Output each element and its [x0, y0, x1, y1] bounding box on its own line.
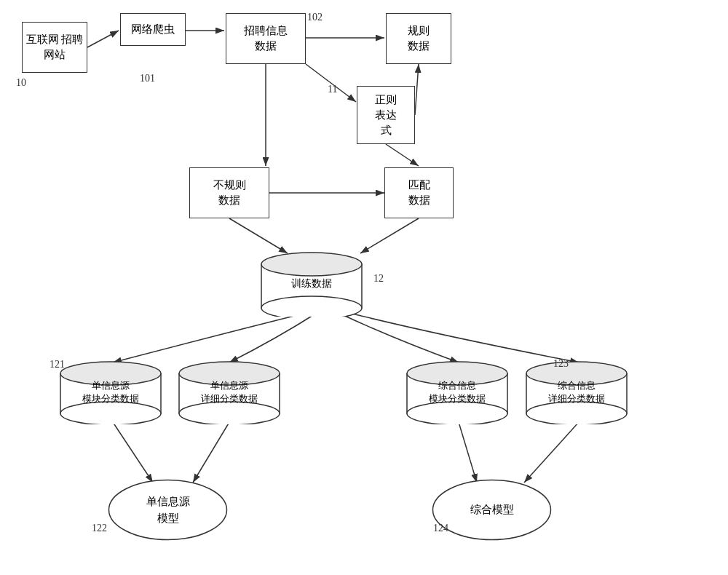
label-124: 124 — [433, 523, 448, 534]
match-data-box: 匹配数据 — [384, 167, 454, 218]
svg-line-5 — [415, 64, 419, 115]
svg-line-9 — [360, 218, 419, 253]
single-module-cylinder: 单信息源模块分类数据 — [60, 360, 162, 424]
rules-data-box: 规则数据 — [386, 13, 451, 64]
irregular-data-box: 不规则数据 — [189, 167, 269, 218]
diagram: 互联网 招聘网站 网络爬虫 招聘信息数据 规则数据 正则表达式 不规则数据 匹配… — [0, 0, 728, 575]
label-101: 101 — [140, 73, 155, 84]
label-102: 102 — [307, 12, 323, 23]
svg-line-6 — [306, 64, 356, 102]
crawler-box: 网络爬虫 — [120, 13, 186, 46]
label-10: 10 — [16, 77, 26, 89]
combined-detail-cylinder: 综合信息详细分类数据 — [526, 360, 628, 424]
svg-line-1 — [87, 31, 119, 47]
svg-line-13 — [459, 422, 477, 483]
single-model-ellipse: 单信息源模型 — [108, 479, 228, 541]
svg-line-7 — [386, 144, 419, 166]
combined-module-cylinder: 综合信息模块分类数据 — [406, 360, 508, 424]
label-123: 123 — [553, 358, 569, 370]
svg-line-11 — [113, 422, 153, 483]
svg-line-14 — [524, 422, 579, 483]
label-122: 122 — [92, 523, 107, 534]
label-11: 11 — [328, 84, 337, 95]
svg-point-16 — [261, 253, 362, 276]
label-121: 121 — [50, 359, 65, 370]
train-data-cylinder: 训练数据 — [261, 251, 363, 317]
svg-point-17 — [261, 296, 362, 317]
combined-model-ellipse: 综合模型 — [432, 479, 552, 541]
recruit-data-box: 招聘信息数据 — [226, 13, 306, 64]
internet-site-box: 互联网 招聘网站 — [22, 22, 87, 73]
svg-line-12 — [193, 422, 229, 483]
regex-box: 正则表达式 — [357, 86, 415, 144]
single-detail-cylinder: 单信息源详细分类数据 — [178, 360, 280, 424]
svg-line-8 — [229, 218, 288, 253]
label-12: 12 — [373, 273, 384, 285]
